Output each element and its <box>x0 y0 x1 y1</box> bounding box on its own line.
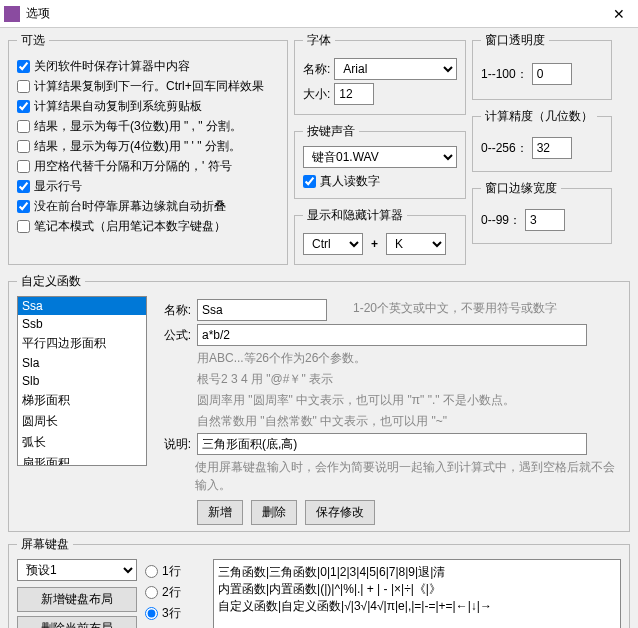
kb-layout-textarea[interactable] <box>213 559 621 628</box>
kb-row-radio-1[interactable] <box>145 586 158 599</box>
opt-checkbox-0[interactable] <box>17 60 30 73</box>
kb-preset-select[interactable]: 预设1 <box>17 559 137 581</box>
opt-label-8[interactable]: 笔记本模式（启用笔记本数字键盘） <box>34 218 226 235</box>
opt-checkbox-3[interactable] <box>17 120 30 133</box>
opt-label-3[interactable]: 结果，显示为每千(3位数)用 " , " 分割。 <box>34 118 242 135</box>
fn-name-label: 名称: <box>155 299 191 319</box>
showhide-legend: 显示和隐藏计算器 <box>303 207 407 224</box>
opt-checkbox-5[interactable] <box>17 160 30 173</box>
list-item[interactable]: Ssb <box>18 315 146 333</box>
opt-checkbox-7[interactable] <box>17 200 30 213</box>
kb-row-label-0[interactable]: 1行 <box>162 563 181 580</box>
list-item[interactable]: 扇形面积 <box>18 453 146 466</box>
fn-hint1: 用ABC...等26个作为26个参数。 <box>197 349 366 367</box>
font-group: 字体 名称: Arial 大小: <box>294 32 466 115</box>
opt-checkbox-4[interactable] <box>17 140 30 153</box>
opt-label-6[interactable]: 显示行号 <box>34 178 82 195</box>
customfn-group: 自定义函数 SsaSsb平行四边形面积SlaSlb梯形面积圆周长弧长扇形面积圆形… <box>8 273 630 532</box>
keysound-legend: 按键声音 <box>303 123 359 140</box>
fn-name-input[interactable] <box>197 299 327 321</box>
precision-range-label: 0--256： <box>481 140 528 157</box>
optional-legend: 可选 <box>17 32 49 49</box>
font-size-label: 大小: <box>303 86 330 103</box>
fn-formula-input[interactable] <box>197 324 587 346</box>
optional-group: 可选 关闭软件时保存计算器中内容计算结果复制到下一行。Ctrl+回车同样效果计算… <box>8 32 288 265</box>
opt-label-1[interactable]: 计算结果复制到下一行。Ctrl+回车同样效果 <box>34 78 264 95</box>
list-item[interactable]: Ssa <box>18 297 146 315</box>
list-item[interactable]: Slb <box>18 372 146 390</box>
kb-row-label-1[interactable]: 2行 <box>162 584 181 601</box>
opt-checkbox-2[interactable] <box>17 100 30 113</box>
opt-label-0[interactable]: 关闭软件时保存计算器中内容 <box>34 58 190 75</box>
plus-icon: + <box>367 237 382 251</box>
fn-desc-label: 说明: <box>155 433 191 453</box>
keysound-group: 按键声音 键音01.WAV 真人读数字 <box>294 123 466 199</box>
fn-add-button[interactable]: 新增 <box>197 500 243 525</box>
opacity-range-label: 1--100： <box>481 66 528 83</box>
hotkey-key-select[interactable]: K <box>386 233 446 255</box>
font-name-label: 名称: <box>303 61 330 78</box>
app-icon <box>4 6 20 22</box>
edge-input[interactable] <box>525 209 565 231</box>
precision-legend: 计算精度（几位数） <box>481 108 597 125</box>
fn-formula-label: 公式: <box>155 324 191 344</box>
human-read-checkbox[interactable] <box>303 175 316 188</box>
opt-label-4[interactable]: 结果，显示为每万(4位数)用 " ' " 分割。 <box>34 138 241 155</box>
customfn-legend: 自定义函数 <box>17 273 85 290</box>
edge-group: 窗口边缘宽度 0--99： <box>472 180 612 244</box>
fn-desc-input[interactable] <box>197 433 587 455</box>
font-size-input[interactable] <box>334 83 374 105</box>
kb-row-label-2[interactable]: 3行 <box>162 605 181 622</box>
fn-save-button[interactable]: 保存修改 <box>305 500 375 525</box>
close-icon[interactable]: ✕ <box>604 6 634 22</box>
fn-hint2: 根号2 3 4 用 "@#￥" 表示 <box>197 370 333 388</box>
fn-del-button[interactable]: 删除 <box>251 500 297 525</box>
opt-checkbox-8[interactable] <box>17 220 30 233</box>
list-item[interactable]: 弧长 <box>18 432 146 453</box>
screenkb-legend: 屏幕键盘 <box>17 536 73 553</box>
kb-row-radio-2[interactable] <box>145 607 158 620</box>
opt-label-2[interactable]: 计算结果自动复制到系统剪贴板 <box>34 98 202 115</box>
precision-group: 计算精度（几位数） 0--256： <box>472 108 612 172</box>
kb-row-radio-0[interactable] <box>145 565 158 578</box>
showhide-group: 显示和隐藏计算器 Ctrl + K <box>294 207 466 265</box>
list-item[interactable]: Sla <box>18 354 146 372</box>
opacity-group: 窗口透明度 1--100： <box>472 32 612 100</box>
fn-hint4: 自然常数用 "自然常数" 中文表示，也可以用 "~" <box>197 412 447 430</box>
screenkb-group: 屏幕键盘 预设1 新增键盘布局 删除当前布局 1行2行3行4行 <box>8 536 630 628</box>
edge-legend: 窗口边缘宽度 <box>481 180 561 197</box>
opt-checkbox-1[interactable] <box>17 80 30 93</box>
opt-label-5[interactable]: 用空格代替千分隔和万分隔的，' 符号 <box>34 158 232 175</box>
kb-del-layout-button[interactable]: 删除当前布局 <box>17 616 137 628</box>
opt-label-7[interactable]: 没在前台时停靠屏幕边缘就自动折叠 <box>34 198 226 215</box>
list-item[interactable]: 平行四边形面积 <box>18 333 146 354</box>
list-item[interactable]: 梯形面积 <box>18 390 146 411</box>
font-name-select[interactable]: Arial <box>334 58 457 80</box>
window-title: 选项 <box>26 5 604 22</box>
fn-desc-hint: 使用屏幕键盘输入时，会作为简要说明一起输入到计算式中，遇到空格后就不会输入。 <box>195 458 621 494</box>
opt-checkbox-6[interactable] <box>17 180 30 193</box>
keysound-select[interactable]: 键音01.WAV <box>303 146 457 168</box>
fn-name-hint: 1-20个英文或中文，不要用符号或数字 <box>353 299 557 317</box>
opacity-input[interactable] <box>532 63 572 85</box>
fn-hint3: 圆周率用 "圆周率" 中文表示，也可以用 "π" "." 不是小数点。 <box>197 391 515 409</box>
precision-input[interactable] <box>532 137 572 159</box>
titlebar: 选项 ✕ <box>0 0 638 28</box>
edge-range-label: 0--99： <box>481 212 521 229</box>
human-read-label[interactable]: 真人读数字 <box>320 173 380 190</box>
opacity-legend: 窗口透明度 <box>481 32 549 49</box>
hotkey-mod-select[interactable]: Ctrl <box>303 233 363 255</box>
font-legend: 字体 <box>303 32 335 49</box>
kb-add-layout-button[interactable]: 新增键盘布局 <box>17 587 137 612</box>
function-listbox[interactable]: SsaSsb平行四边形面积SlaSlb梯形面积圆周长弧长扇形面积圆形面积 <box>17 296 147 466</box>
list-item[interactable]: 圆周长 <box>18 411 146 432</box>
